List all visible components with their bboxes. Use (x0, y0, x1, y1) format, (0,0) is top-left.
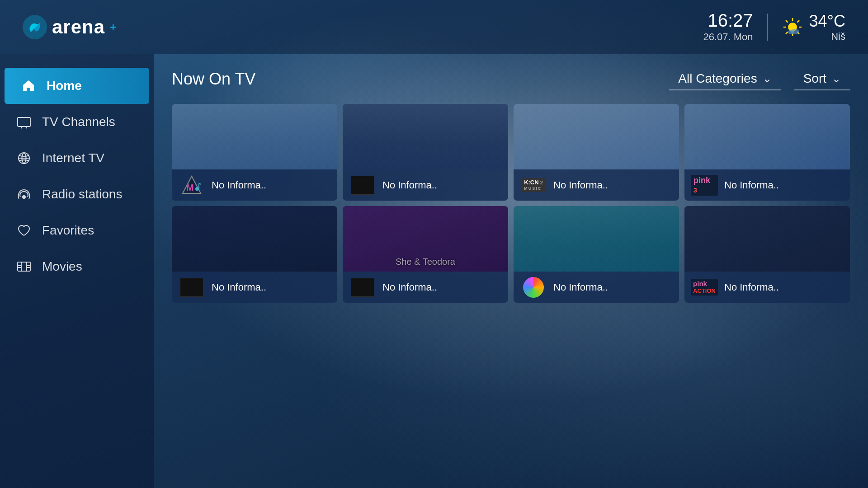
sidebar-item-movies[interactable]: Movies (0, 249, 154, 285)
categories-dropdown[interactable]: All Categories ⌄ (669, 68, 780, 90)
pink3-logo-icon: pink 3 (691, 175, 718, 196)
black-logo2-icon (180, 278, 203, 297)
main-content: Now On TV All Categories ⌄ Sort ⌄ (154, 54, 868, 488)
tv-icon (16, 114, 32, 130)
weather-info: 34°C Niš (809, 12, 845, 42)
channel-logo-5 (178, 277, 205, 297)
clock-display: 16:27 (703, 11, 753, 29)
weather-area: 34°C Niš (781, 12, 845, 42)
card-info-8: pink ACTION No Informa.. (684, 272, 850, 303)
sidebar-radio-label: Radio stations (42, 187, 122, 202)
datetime-area: 16:27 26.07. Mon (703, 11, 753, 43)
channel-card-8[interactable]: pink ACTION No Informa.. (684, 206, 850, 303)
channel-card-2[interactable]: No Informa.. (343, 104, 508, 201)
svg-text:M: M (186, 183, 194, 192)
card-preview-1 (172, 104, 337, 169)
channel-name-7: No Informa.. (553, 282, 608, 293)
channel-card-3[interactable]: K:CN 2 MUSIC No Informa.. (514, 104, 679, 201)
header: arena+ 16:27 26.07. Mon (0, 0, 868, 54)
black-logo-icon (351, 176, 374, 195)
header-right: 16:27 26.07. Mon (703, 11, 845, 43)
filters-area: All Categories ⌄ Sort ⌄ (669, 68, 850, 90)
svg-line-6 (786, 20, 788, 23)
channel-logo-6 (349, 277, 376, 297)
logo-bird-icon (23, 15, 47, 40)
sidebar-item-tv-channels[interactable]: TV Channels (0, 104, 154, 140)
channel-logo-2 (349, 175, 376, 195)
svg-point-28 (195, 187, 199, 191)
sidebar-movies-label: Movies (42, 259, 82, 274)
channel-logo-1: M (178, 175, 205, 195)
sort-label: Sort (803, 71, 826, 86)
app-container: arena+ 16:27 26.07. Mon (0, 0, 868, 488)
movies-icon (16, 258, 32, 275)
channel-card-6[interactable]: She & Teodora No Informa.. (343, 206, 508, 303)
categories-label: All Categories (678, 71, 757, 86)
logo-text: arena (52, 16, 105, 38)
channel-logo-7 (520, 277, 547, 297)
card-info-4: pink 3 No Informa.. (684, 169, 850, 201)
header-divider (767, 14, 768, 41)
card-preview-5 (172, 206, 337, 272)
svg-point-17 (23, 196, 25, 198)
channel-logo-8: pink ACTION (691, 277, 718, 297)
card-overlay-text-6: She & Teodora (396, 257, 455, 267)
channel-card-1[interactable]: M No Informa.. (172, 104, 337, 201)
date-display: 26.07. Mon (703, 31, 753, 43)
card-preview-7 (514, 206, 679, 272)
card-info-5: No Informa.. (172, 272, 337, 303)
card-info-6: No Informa.. (343, 272, 508, 303)
home-icon (20, 78, 37, 94)
channel-logo-4: pink 3 (691, 175, 718, 195)
channel-card-4[interactable]: pink 3 No Informa.. (684, 104, 850, 201)
sidebar-item-internet-tv[interactable]: Internet TV (0, 140, 154, 176)
channel-name-1: No Informa.. (212, 179, 266, 191)
card-preview-6: She & Teodora (343, 206, 508, 272)
channel-name-4: No Informa.. (724, 179, 779, 191)
channel-name-2: No Informa.. (382, 179, 437, 191)
kcn-logo-icon: K:CN 2 MUSIC (522, 178, 545, 192)
channel-card-7[interactable]: No Informa.. (514, 206, 679, 303)
sidebar-item-home[interactable]: Home (5, 68, 149, 104)
categories-chevron-icon: ⌄ (763, 72, 772, 85)
channel-grid: M No Informa.. (172, 104, 850, 303)
colorful-logo-icon (523, 277, 544, 298)
black-logo3-icon (351, 278, 374, 297)
temperature-display: 34°C (809, 12, 845, 31)
top-bar: Now On TV All Categories ⌄ Sort ⌄ (172, 68, 850, 90)
channel-card-5[interactable]: No Informa.. (172, 206, 337, 303)
favorites-icon (16, 222, 32, 239)
sort-dropdown[interactable]: Sort ⌄ (794, 68, 850, 90)
sidebar-internet-tv-label: Internet TV (42, 151, 104, 165)
card-info-1: M No Informa.. (172, 169, 337, 201)
card-info-2: No Informa.. (343, 169, 508, 201)
svg-line-9 (786, 32, 788, 34)
sort-chevron-icon: ⌄ (832, 72, 841, 85)
svg-line-8 (797, 20, 799, 23)
music-logo-icon: M (181, 175, 203, 195)
card-preview-2 (343, 104, 508, 169)
card-preview-3 (514, 104, 679, 169)
sidebar-item-favorites[interactable]: Favorites (0, 212, 154, 249)
channel-name-5: No Informa.. (212, 282, 266, 293)
channel-name-6: No Informa.. (382, 282, 437, 293)
sidebar-favorites-label: Favorites (42, 223, 94, 238)
weather-sun-icon (781, 16, 804, 38)
channel-logo-3: K:CN 2 MUSIC (520, 175, 547, 195)
svg-rect-12 (18, 117, 30, 127)
channel-name-3: No Informa.. (553, 179, 608, 191)
sidebar-tv-channels-label: TV Channels (42, 115, 115, 129)
internet-tv-icon (16, 150, 32, 166)
radio-icon (16, 186, 32, 202)
pink-action-logo-icon: pink ACTION (691, 279, 718, 296)
section-title: Now On TV (172, 70, 255, 89)
logo-area: arena+ (23, 15, 117, 40)
sidebar-item-radio-stations[interactable]: Radio stations (0, 176, 154, 212)
channel-name-8: No Informa.. (724, 282, 779, 293)
svg-point-11 (788, 30, 794, 34)
svg-rect-18 (18, 262, 30, 271)
logo-plus: + (109, 20, 117, 34)
city-display: Niš (809, 31, 845, 42)
card-preview-4 (684, 104, 850, 169)
sidebar: Home TV Channels (0, 54, 154, 488)
